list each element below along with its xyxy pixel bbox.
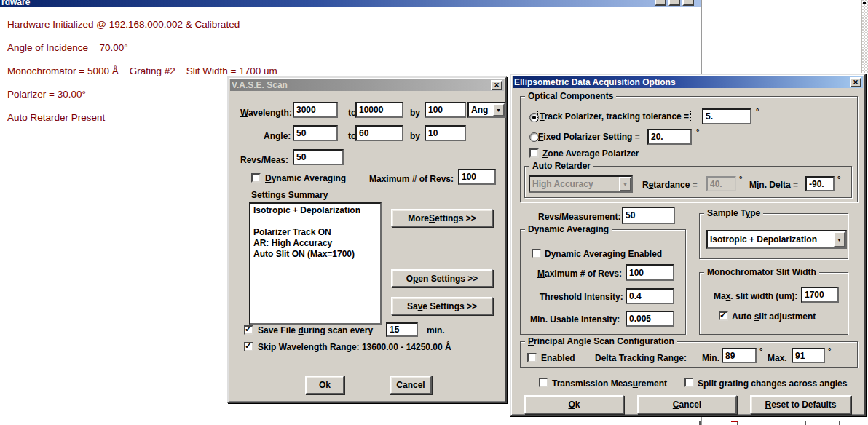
min-delta-input[interactable] [805, 176, 835, 191]
revs-per-meas-label: Revs/Meas: [240, 155, 288, 165]
open-settings-button[interactable]: Open Settings >> [391, 269, 493, 287]
settings-summary-list[interactable]: Isotropic + Depolarization Polarizer Tra… [249, 202, 382, 325]
more-settings-button[interactable]: More Settings >> [391, 209, 493, 227]
delta-min-label: Min. [702, 353, 719, 363]
background-window-fragment [839, 421, 840, 425]
split-grating-checkbox[interactable]: ✓ [684, 378, 694, 387]
background-scrollbar[interactable] [861, 0, 868, 73]
delta-max-input[interactable] [792, 348, 825, 363]
hardware-status-line: Angle of Incidence = 70.00° [7, 42, 128, 53]
cancel-button[interactable]: Cancel [637, 395, 737, 414]
dynamic-averaging-enabled-label: Dynamic Averaging Enabled [545, 249, 662, 259]
wavelength-units-combo[interactable]: Ang ▼ [467, 102, 506, 118]
wavelength-by-input[interactable] [425, 102, 466, 118]
ellipso-close-button[interactable]: ✕ [850, 77, 861, 87]
max-revs-input[interactable] [626, 264, 674, 281]
save-interval-input[interactable] [386, 322, 418, 337]
threshold-intensity-input[interactable] [626, 288, 674, 304]
revs-per-measurement-input[interactable] [622, 207, 675, 224]
max-revs-label: Maximum # of Revs: [369, 174, 454, 184]
track-polarizer-label: Track Polarizer, tracking tolerance = [537, 111, 691, 122]
dynamic-averaging-label: Dynamic Averaging [265, 173, 346, 183]
wavelength-from-input[interactable] [293, 102, 338, 118]
auto-slit-checkbox[interactable]: ✓ [719, 311, 728, 321]
revs-per-meas-input[interactable] [293, 149, 344, 165]
dynamic-averaging-enabled-checkbox[interactable]: ✓ [532, 249, 541, 258]
auto-slit-label: Auto slit adjustment [732, 311, 816, 322]
check-icon: ✓ [245, 324, 252, 334]
chevron-down-icon[interactable]: ▼ [833, 231, 845, 247]
check-icon: ✓ [245, 341, 252, 351]
close-icon: ✕ [494, 82, 500, 89]
ok-button[interactable]: Ok [524, 395, 624, 414]
fixed-polarizer-input[interactable] [647, 129, 692, 145]
close-icon: ✕ [853, 79, 859, 86]
auto-retarder-mode-combo[interactable]: High Accuracy ▼ [529, 175, 633, 193]
principal-enabled-checkbox[interactable]: ✓ [527, 353, 537, 362]
check-icon: ✓ [719, 310, 727, 320]
maximize-button[interactable] [668, 0, 680, 6]
ellipso-dialog-title: Ellipsometric Data Acquisition Options [514, 77, 850, 87]
hardware-titlebar[interactable]: rdware [0, 0, 701, 7]
angle-to-input[interactable] [355, 125, 403, 141]
degree-symbol: ° [837, 175, 840, 183]
min-delta-label: Min. Delta = [749, 180, 798, 190]
ellipso-titlebar[interactable]: Ellipsometric Data Acquisition Options ✕ [513, 76, 863, 88]
vase-titlebar[interactable]: V.A.S.E. Scan ✕ [230, 79, 504, 91]
background-window-fragment [731, 421, 738, 422]
degree-symbol: ° [696, 127, 699, 136]
max-slit-width-input[interactable] [801, 287, 839, 303]
hardware-status-line: Polarizer = 30.00° [7, 89, 86, 100]
slit-width-group: Monochromator Slit Width [699, 272, 848, 335]
fixed-polarizer-label: Fixed Polarizer Setting = [538, 132, 640, 142]
delta-min-input[interactable] [722, 348, 757, 363]
save-interval-unit-label: min. [427, 325, 445, 335]
vase-dialog-title: V.A.S.E. Scan [232, 80, 491, 90]
delta-max-label: Max. [768, 353, 787, 363]
retardance-label: Retardance = [642, 180, 698, 190]
degree-symbol: ° [760, 346, 762, 355]
chevron-down-icon[interactable]: ▼ [619, 177, 631, 191]
sample-type-combo[interactable]: Isotropic + Depolarization ▼ [706, 230, 847, 249]
wavelength-label: Wavelength: [240, 108, 292, 118]
transmission-checkbox[interactable]: ✓ [539, 378, 548, 387]
sample-type-value: Isotropic + Depolarization [708, 231, 833, 247]
min-usable-intensity-label: Min. Usable Intensity: [530, 314, 620, 325]
skip-wavelength-checkbox[interactable]: ✓ [244, 342, 253, 351]
sample-type-group-label: Sample Type [704, 208, 763, 218]
delta-tracking-range-label: Delta Tracking Range: [595, 353, 687, 363]
zone-average-checkbox[interactable]: ✓ [529, 148, 539, 158]
save-settings-button[interactable]: Save Settings >> [391, 297, 493, 315]
summary-line: Isotropic + Depolarization [253, 205, 377, 216]
background-window-fragment [699, 421, 701, 425]
save-file-checkbox[interactable]: ✓ [244, 325, 253, 335]
dynamic-averaging-checkbox[interactable]: ✓ [251, 173, 261, 183]
tracking-tolerance-input[interactable] [702, 108, 751, 124]
vase-scan-dialog: V.A.S.E. Scan ✕ Wavelength: to by Ang ▼ … [227, 76, 507, 403]
save-file-label: Save File during scan every [258, 325, 373, 335]
wavelength-to-input[interactable] [355, 102, 403, 118]
zone-average-label: Zone Average Polarizer [542, 148, 639, 159]
max-slit-width-label: Max. slit width (um): [714, 291, 797, 301]
chevron-down-icon[interactable]: ▼ [492, 103, 505, 116]
min-usable-intensity-input[interactable] [626, 311, 674, 327]
principal-enabled-label: Enabled [541, 353, 575, 363]
close-button[interactable] [682, 0, 694, 6]
max-revs-input[interactable] [458, 169, 496, 185]
cancel-button[interactable]: Cancel [390, 376, 432, 394]
summary-line: AR: High Accuracy [253, 238, 377, 249]
angle-by-input[interactable] [425, 125, 466, 141]
skip-wavelength-label: Skip Wavelength Range: 13600.00 - 14250.… [258, 342, 451, 352]
optical-components-group-label: Optical Components [525, 91, 616, 101]
hardware-status-line: Monochromator = 5000 Å Grating #2 Slit W… [7, 65, 277, 76]
ok-button[interactable]: Ok [305, 376, 344, 394]
settings-summary-label: Settings Summary [251, 190, 328, 200]
summary-line: Polarizer Track ON [253, 227, 377, 238]
minimize-button[interactable] [655, 0, 666, 6]
retardance-input[interactable] [706, 176, 736, 191]
dynamic-averaging-group-label: Dynamic Averaging [525, 224, 612, 234]
slit-width-group-label: Monochromator Slit Width [704, 267, 819, 277]
angle-from-input[interactable] [293, 125, 338, 141]
reset-defaults-button[interactable]: Reset to Defaults [750, 395, 851, 414]
vase-close-button[interactable]: ✕ [491, 80, 502, 90]
